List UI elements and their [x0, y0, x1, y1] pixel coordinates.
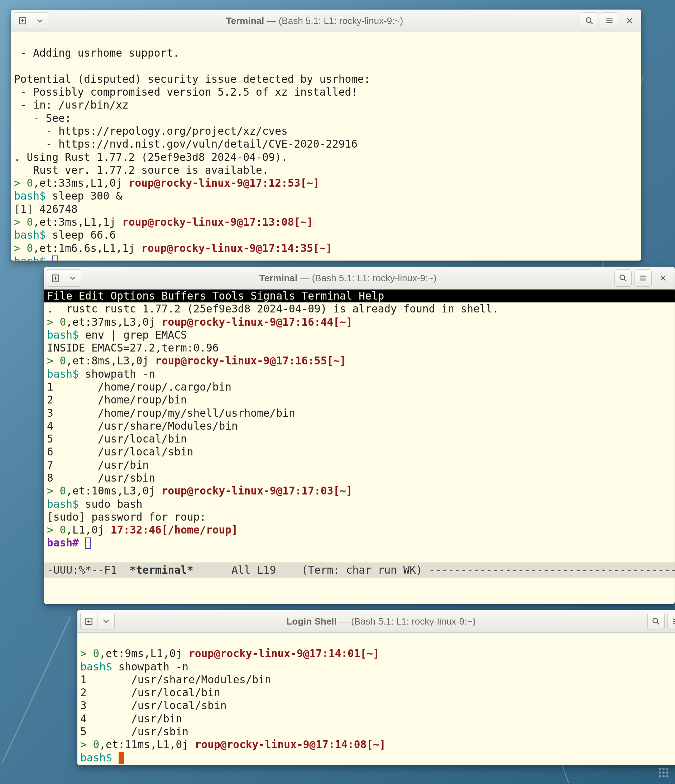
window-title: Terminal — (Bash 5.1: L1: rocky-linux-9:…	[84, 273, 611, 284]
output-line: 1 /usr/share/Modules/bin	[80, 674, 271, 686]
hamburger-menu-button[interactable]	[601, 12, 618, 30]
emacs-menubar[interactable]: File Edit Options Buffers Tools Signals …	[44, 289, 675, 302]
shell-prompt: bash$	[47, 329, 79, 341]
terminal-output[interactable]: - Adding usrhome support. Potential (dis…	[11, 32, 641, 260]
command: sleep 66.6	[46, 229, 116, 241]
output-line: 4 /usr/share/Modules/bin	[47, 420, 238, 432]
output-line: 5 /usr/local/bin	[47, 433, 187, 445]
shell-prompt: bash$	[47, 368, 79, 380]
hamburger-menu-button[interactable]	[667, 613, 675, 630]
window-title: Login Shell — (Bash 5.1: L1: rocky-linux…	[118, 616, 645, 627]
titlebar[interactable]: Login Shell — (Bash 5.1: L1: rocky-linux…	[78, 610, 675, 633]
chevron-down-icon	[68, 274, 78, 283]
text-cursor	[85, 537, 91, 549]
terminal-window-2[interactable]: Terminal — (Bash 5.1: L1: rocky-linux-9:…	[44, 267, 675, 604]
output-line: [1] 426748	[14, 203, 78, 215]
show-applications-icon[interactable]	[657, 766, 670, 779]
prompt-stamp: roup@rocky-linux-9@17:13:08[~]	[122, 216, 313, 228]
chevron-down-icon	[35, 16, 44, 25]
terminal-output[interactable]: File Edit Options Buffers Tools Signals …	[44, 289, 675, 604]
prompt-meta: ,et:11ms,L1,0j	[99, 739, 194, 751]
svg-point-31	[663, 768, 665, 770]
new-tab-icon	[51, 274, 60, 283]
search-button[interactable]	[581, 12, 598, 30]
terminal-output[interactable]: > 0,et:9ms,L1,0j roup@rocky-linux-9@17:1…	[78, 633, 675, 765]
shell-prompt: bash$	[47, 498, 79, 510]
prompt-stamp: roup@rocky-linux-9@17:12:53[~]	[129, 177, 320, 189]
new-tab-button[interactable]	[14, 12, 31, 30]
new-tab-icon	[84, 617, 93, 626]
output-line: 5 /usr/sbin	[80, 726, 188, 738]
output-line: . rustc rustc 1.77.2 (25ef9e3d8 2024-04-…	[47, 303, 499, 315]
emacs-modeline[interactable]: -UUU:%*--F1 *terminal* All L19 (Term: ch…	[44, 563, 675, 578]
close-icon	[625, 16, 634, 25]
prompt-meta: ,et:33ms,L1,0j	[33, 177, 128, 189]
prompt-status: > 0	[47, 355, 66, 367]
shell-prompt: bash$	[80, 752, 112, 764]
output-line: Rust ver. 1.77.2 source is available.	[14, 164, 268, 176]
prompt-stamp: roup@rocky-linux-9@17:14:35[~]	[141, 242, 332, 254]
output-line: - in: /usr/bin/xz	[14, 99, 129, 111]
new-tab-button[interactable]	[80, 613, 98, 630]
prompt-meta: ,et:9ms,L1,0j	[99, 647, 188, 660]
hamburger-icon	[672, 617, 675, 626]
command: showpath -n	[79, 368, 155, 380]
output-line: 6 /usr/local/sbin	[47, 446, 193, 458]
svg-point-30	[659, 768, 661, 770]
prompt-status: > 0	[14, 242, 33, 254]
output-line: 8 /usr/sbin	[47, 472, 155, 484]
prompt-stamp: roup@rocky-linux-9@17:17:03[~]	[162, 485, 353, 497]
search-icon	[652, 617, 661, 626]
prompt-meta: ,et:1m6.6s,L1,1j	[33, 242, 141, 254]
titlebar[interactable]: Terminal — (Bash 5.1: L1: rocky-linux-9:…	[11, 10, 641, 32]
svg-point-32	[666, 768, 669, 770]
tab-menu-button[interactable]	[31, 12, 48, 30]
new-tab-button[interactable]	[47, 269, 64, 287]
svg-point-23	[653, 618, 658, 623]
hamburger-menu-button[interactable]	[635, 269, 652, 287]
close-icon	[658, 274, 668, 283]
command: showpath -n	[112, 661, 188, 673]
search-button[interactable]	[647, 613, 665, 630]
chevron-down-icon	[101, 617, 111, 626]
output-line: . Using Rust 1.77.2 (25ef9e3d8 2024-04-0…	[14, 151, 288, 163]
modeline-buffer-name: *terminal*	[130, 564, 193, 576]
prompt-meta: ,et:3ms,L1,1j	[33, 216, 122, 228]
search-icon	[585, 16, 594, 25]
output-line: [sudo] password for roup:	[47, 511, 206, 523]
output-line: INSIDE_EMACS=27.2,term:0.96	[47, 342, 219, 354]
new-tab-icon	[18, 16, 27, 25]
tab-menu-button[interactable]	[64, 269, 81, 287]
prompt-meta: ,et:8ms,L3,0j	[66, 355, 155, 367]
svg-point-35	[666, 772, 669, 774]
shell-prompt: bash$	[14, 190, 46, 202]
login-shell-window[interactable]: Login Shell — (Bash 5.1: L1: rocky-linux…	[77, 610, 675, 765]
output-line: 3 /home/roup/my/shell/usrhome/bin	[47, 407, 295, 419]
output-line: 2 /home/roup/bin	[47, 394, 187, 406]
svg-line-14	[624, 279, 626, 281]
prompt-status: > 0	[80, 739, 99, 751]
search-button[interactable]	[614, 269, 631, 287]
prompt-status: > 0	[14, 177, 33, 189]
close-button[interactable]	[655, 269, 672, 287]
modeline-mid: All L19 (Term: char run WK)	[193, 564, 429, 576]
command: sleep 300 &	[46, 190, 122, 202]
terminal-window-1[interactable]: Terminal — (Bash 5.1: L1: rocky-linux-9:…	[11, 9, 641, 261]
output-line: - https://nvd.nist.gov/vuln/detail/CVE-2…	[14, 138, 358, 150]
tab-menu-button[interactable]	[98, 613, 115, 630]
titlebar[interactable]: Terminal — (Bash 5.1: L1: rocky-linux-9:…	[44, 267, 675, 289]
output-line: Potential (disputed) security issue dete…	[14, 73, 370, 85]
prompt-status: > 0	[47, 316, 66, 328]
svg-point-37	[663, 775, 665, 778]
output-line: 3 /usr/local/sbin	[80, 700, 227, 712]
output-line: - Adding usrhome support.	[14, 47, 179, 59]
output-line: - https://repology.org/project/xz/cves	[14, 125, 288, 137]
svg-line-4	[591, 22, 592, 24]
prompt-stamp: roup@rocky-linux-9@17:14:08[~]	[195, 739, 386, 751]
prompt-status: > 0	[80, 647, 99, 660]
output-line: 2 /usr/local/bin	[80, 686, 220, 699]
modeline-left: -UUU:%*--F1	[47, 564, 130, 576]
text-cursor	[52, 255, 58, 260]
close-button[interactable]	[621, 12, 638, 30]
hamburger-icon	[605, 16, 614, 25]
